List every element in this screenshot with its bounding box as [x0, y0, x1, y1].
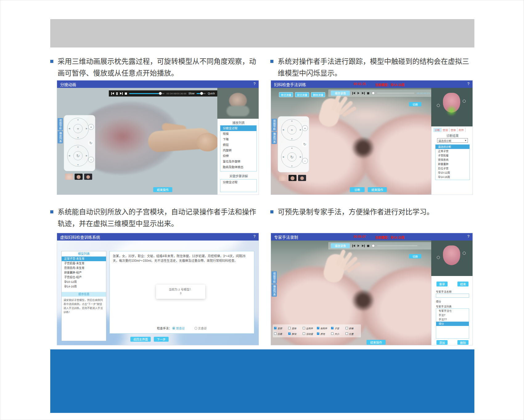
rotate-icon[interactable]: ↻ — [287, 152, 297, 162]
view-thumbnail[interactable] — [65, 174, 73, 180]
play-recording-button[interactable]: 播放录像 — [331, 243, 350, 248]
pan-dpad[interactable]: ▲▼◀▶ + — [67, 118, 89, 139]
progress-knob[interactable] — [372, 92, 375, 95]
progress-slider[interactable] — [129, 93, 160, 94]
tab-diagnosis[interactable]: 诊断 — [433, 128, 441, 132]
stop-icon[interactable] — [125, 93, 127, 95]
radio-bimanual[interactable] — [172, 327, 175, 330]
playlist-item[interactable]: 俯屈 — [220, 142, 256, 148]
double-measure-button[interactable]: 双径测量 — [295, 92, 309, 97]
checkbox-icon[interactable] — [331, 332, 334, 335]
maneuver-item[interactable]: 手法7 — [436, 313, 469, 317]
rotate-dpad[interactable]: ▲▼◀▶ ↻ — [67, 145, 89, 167]
pan-icon[interactable]: + — [73, 124, 83, 133]
zoom-out-button[interactable]: − — [302, 158, 308, 164]
play-icon[interactable] — [358, 245, 359, 247]
progress-knob[interactable] — [372, 244, 375, 247]
delete-button[interactable]: 删除 — [457, 340, 469, 345]
speed-knob[interactable] — [200, 92, 203, 95]
structure-checkbox[interactable]: 子宫 — [331, 325, 345, 331]
diagnosis-item[interactable]: 请选择诊断 — [436, 145, 469, 149]
delete-measure-button[interactable]: 删除测量 — [311, 92, 325, 97]
view-thumbnail[interactable] — [75, 174, 83, 180]
rerecord-button[interactable]: 重录 — [436, 282, 448, 286]
playlist-item[interactable]: 复位及外旋转 — [220, 159, 256, 164]
checkbox-icon[interactable] — [331, 327, 334, 329]
structure-checkbox[interactable]: 宫颈 — [274, 325, 288, 331]
checkbox-icon[interactable] — [346, 332, 348, 335]
play-recording-button[interactable]: 播放录像 — [331, 91, 350, 96]
maneuver-name-input[interactable] — [436, 294, 469, 298]
tab-view-navigation[interactable]: 视图导航 — [58, 118, 63, 130]
checkbox-icon[interactable] — [303, 332, 305, 335]
stop-icon[interactable] — [367, 92, 369, 94]
playlist-item[interactable]: 下降 — [220, 137, 256, 142]
skip-forward-icon[interactable] — [362, 92, 365, 95]
model-item[interactable]: 正常子宫-未生育 — [62, 257, 106, 261]
speed-slider[interactable] — [197, 93, 206, 94]
tab-uterus-body[interactable]: 宫体 — [449, 128, 457, 132]
checkbox-icon[interactable] — [288, 332, 291, 335]
diagnosis-item[interactable]: 孕10-12周 — [436, 171, 469, 175]
next-step-button[interactable]: 下一步 — [154, 337, 169, 342]
structure-checkbox[interactable]: 宫体 — [288, 325, 302, 331]
tab-playlist[interactable]: 播放列表 — [272, 132, 277, 144]
diagnosis-item[interactable]: 孕14-16周 — [436, 175, 469, 179]
pause-icon[interactable] — [116, 92, 118, 95]
playlist-item[interactable]: 仰伸 — [220, 153, 256, 159]
structure-checkbox[interactable]: 右附件 — [317, 325, 331, 331]
keysteps-item[interactable]: 分娩全过程 — [220, 179, 256, 185]
tab-playlist[interactable]: 播放列表 — [58, 131, 63, 143]
pan-icon[interactable]: + — [287, 125, 297, 134]
checkbox-icon[interactable] — [303, 327, 305, 329]
model-item[interactable]: 卵巢囊肿-经产 — [62, 270, 106, 275]
structure-checkbox[interactable]: 肿块 — [288, 331, 302, 336]
diagnosis-item[interactable]: 子宫肌瘤 — [436, 153, 469, 158]
tab-view-navigation[interactable]: 视图导航 — [272, 119, 277, 131]
structure-checkbox[interactable]: 卵巢 — [346, 325, 360, 331]
reset-view-button[interactable]: ↻ — [302, 141, 308, 147]
checkbox-icon[interactable] — [274, 327, 276, 329]
skip-forward-icon[interactable] — [362, 245, 365, 247]
zoom-in-button[interactable]: + — [88, 124, 94, 130]
single-measure-button[interactable]: 单径测量 — [279, 92, 293, 97]
reset-view-button[interactable]: ↻ — [88, 140, 94, 146]
model-item[interactable]: 孕14-16周 — [62, 284, 106, 289]
structure-checkbox[interactable]: 质地 — [317, 331, 331, 336]
structure-checkbox[interactable]: 活动度 — [303, 331, 317, 336]
structure-checkbox[interactable]: 左附件 — [303, 325, 317, 331]
playlist-item[interactable]: 内旋转 — [220, 148, 256, 153]
help-icon[interactable]: ? — [253, 234, 256, 239]
checkbox-icon[interactable] — [274, 332, 276, 335]
diagnosis-dropdown[interactable]: 请选择诊断 ▼ — [437, 138, 468, 143]
diagnosis-item[interactable]: 卵巢囊肿 — [436, 162, 469, 166]
back-button[interactable]: 返回主界面 — [130, 337, 151, 342]
end-operation-button[interactable]: 结束操作 — [153, 187, 172, 192]
radio-trimanual[interactable] — [194, 327, 197, 330]
switch-view-button[interactable]: 切换 — [409, 254, 421, 258]
progress-slider[interactable] — [377, 245, 417, 246]
view-thumbnail[interactable] — [298, 175, 306, 181]
uterus-view-thumbnail[interactable] — [431, 241, 473, 276]
checkbox-icon[interactable] — [288, 327, 291, 329]
end-operation-button[interactable]: 结束操作 — [366, 340, 386, 345]
diagnosis-item[interactable]: 正常子宫 — [436, 149, 469, 153]
diagnosis-item[interactable]: 宫颈息肉 — [436, 158, 469, 162]
zoom-in-button[interactable]: + — [302, 125, 308, 131]
model-item[interactable]: 子宫后位-经产 — [62, 275, 106, 280]
rotate-dpad[interactable]: ▲▼◀▶ ↻ — [281, 146, 303, 168]
skip-back-icon[interactable] — [352, 245, 355, 247]
tab-playlist[interactable]: 播放列表 — [272, 284, 277, 297]
tab-cervix[interactable]: 宫颈 — [441, 128, 449, 132]
tab-view-navigation[interactable]: 视图导航 — [272, 271, 277, 284]
pan-dpad[interactable]: ▲▼◀▶ + — [281, 119, 303, 141]
progress-slider[interactable] — [377, 93, 414, 93]
help-icon[interactable]: ? — [467, 234, 469, 239]
diagnosis-item[interactable]: 后位子宫 — [436, 166, 469, 171]
help-icon[interactable]: ? — [467, 82, 469, 86]
add-button[interactable]: 添加 — [436, 340, 448, 345]
structure-checkbox[interactable]: 压痛 — [274, 331, 288, 336]
finish-button[interactable]: 结束 — [457, 282, 469, 286]
secondary-view-thumbnail[interactable] — [217, 88, 259, 119]
model-item[interactable]: 子宫肌瘤-未生育 — [62, 261, 106, 266]
